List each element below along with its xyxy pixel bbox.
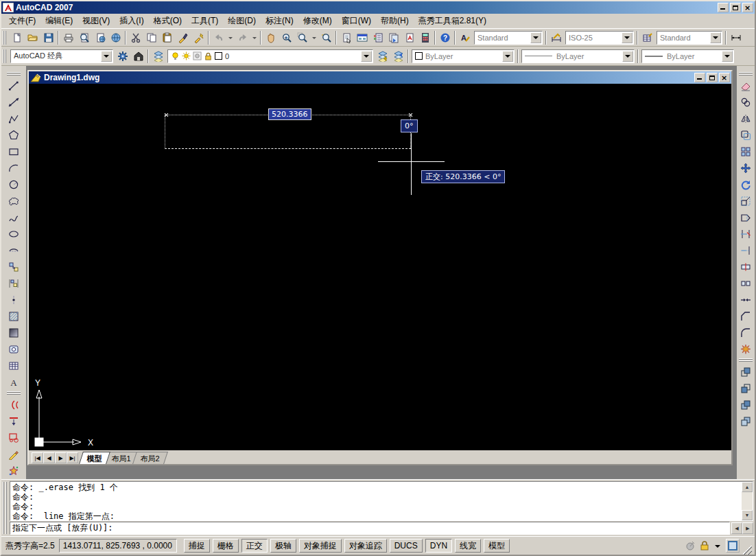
drop-button[interactable] xyxy=(250,30,259,45)
layer-sun-icon[interactable] xyxy=(182,51,191,61)
gradient-button[interactable] xyxy=(6,325,21,340)
point-button[interactable] xyxy=(6,292,21,308)
move-button[interactable] xyxy=(738,161,753,176)
scale-button[interactable] xyxy=(738,194,753,209)
combo-arrow-icon[interactable] xyxy=(530,32,541,43)
status-toggle-3[interactable]: 极轴 xyxy=(270,539,296,553)
scroll-down-button[interactable]: ▼ xyxy=(742,510,753,520)
zoom-previous-button[interactable] xyxy=(318,30,334,45)
quickcalc-button[interactable] xyxy=(417,30,433,45)
toolbar-grip[interactable] xyxy=(3,49,8,63)
paste-button[interactable] xyxy=(159,30,175,45)
workspace-settings-button[interactable] xyxy=(115,49,130,64)
menu-item-9[interactable]: 窗口(W) xyxy=(337,13,376,29)
erase-button[interactable] xyxy=(738,78,753,93)
doc-close-button[interactable]: × xyxy=(719,73,730,82)
layout-tab-2[interactable]: 布局2 xyxy=(132,452,168,464)
combo-arrow-icon[interactable] xyxy=(361,51,372,62)
insert-block-button[interactable] xyxy=(6,259,21,275)
layer-sun-viewport-icon[interactable] xyxy=(193,51,202,61)
command-input[interactable]: 指定下一点或 [放弃(U)]: xyxy=(10,522,730,535)
rectangle-button[interactable] xyxy=(6,144,21,159)
tab-nav-3[interactable]: ▶| xyxy=(67,452,78,463)
menu-item-5[interactable]: 工具(T) xyxy=(187,13,223,29)
layout-tab-0[interactable]: 模型 xyxy=(79,452,110,464)
menu-item-1[interactable]: 编辑(E) xyxy=(40,13,78,29)
layer-lock-icon[interactable] xyxy=(204,51,213,61)
ellipse-button[interactable] xyxy=(6,227,21,242)
communication-center-icon[interactable] xyxy=(684,540,696,552)
yanxiu-rect-button[interactable] xyxy=(6,430,21,445)
menu-item-2[interactable]: 视图(V) xyxy=(78,13,115,29)
tab-nav-2[interactable]: ▶ xyxy=(55,452,67,463)
explode-button[interactable] xyxy=(738,342,753,357)
stretch-button[interactable] xyxy=(738,210,753,225)
text-style-button[interactable]: A xyxy=(457,30,473,45)
join-button[interactable] xyxy=(738,292,753,308)
menu-item-7[interactable]: 标注(N) xyxy=(261,13,298,29)
designcenter-button[interactable] xyxy=(354,30,370,45)
pan-button[interactable] xyxy=(263,30,279,45)
drop-button[interactable] xyxy=(226,30,235,45)
linetype-combo[interactable]: ByLayer xyxy=(521,49,635,63)
polyline-button[interactable] xyxy=(6,111,21,126)
status-toggle-8[interactable]: 线宽 xyxy=(455,539,481,553)
menu-item-0[interactable]: 文件(F) xyxy=(4,13,40,29)
chamfer-button[interactable] xyxy=(738,309,753,324)
dim-style-combo[interactable]: ISO-25 xyxy=(565,31,634,45)
dynamic-dimension-input[interactable]: 520.3366 xyxy=(268,108,311,120)
redo-button[interactable] xyxy=(235,30,250,45)
polygon-button[interactable] xyxy=(6,128,21,143)
tray-settings-arrow-icon[interactable] xyxy=(715,545,720,551)
close-button[interactable]: × xyxy=(742,3,753,12)
minimize-button[interactable] xyxy=(718,3,729,12)
break-at-point-button[interactable] xyxy=(738,259,753,275)
yanxiu-magic-button[interactable] xyxy=(6,463,21,478)
match-properties-button[interactable] xyxy=(175,30,191,45)
rotate-button[interactable] xyxy=(738,177,753,192)
plot-preview-button[interactable] xyxy=(76,30,92,45)
toolbar-grip[interactable] xyxy=(3,31,8,45)
markup-set-manager-button[interactable] xyxy=(401,30,417,45)
cut-button[interactable] xyxy=(128,30,143,45)
menu-item-6[interactable]: 绘图(D) xyxy=(223,13,261,29)
command-scrollbar[interactable]: ▲ ▼ xyxy=(742,482,753,520)
command-history[interactable]: 命令: _.erase 找到 1 个命令:命令:命令: _line 指定第一点:… xyxy=(10,481,753,521)
color-combo[interactable]: ByLayer xyxy=(412,49,515,63)
menu-item-8[interactable]: 修改(M) xyxy=(298,13,337,29)
circle-button[interactable] xyxy=(6,177,21,192)
ellipse-arc-button[interactable] xyxy=(6,243,21,258)
layer-combo[interactable]: 0 xyxy=(167,49,373,63)
workspace-combo[interactable]: AutoCAD 经典 xyxy=(10,49,113,63)
tab-nav-1[interactable]: ◀ xyxy=(43,452,55,463)
undo-button[interactable] xyxy=(211,30,226,45)
layer-bulb-icon[interactable] xyxy=(171,51,180,61)
copy-button[interactable] xyxy=(143,30,159,45)
mirror-button[interactable] xyxy=(738,111,753,126)
make-block-button[interactable] xyxy=(6,276,21,291)
tool-palettes-button[interactable] xyxy=(370,30,386,45)
doc-maximize-button[interactable] xyxy=(707,73,718,82)
combo-arrow-icon[interactable] xyxy=(622,32,633,43)
table-button[interactable] xyxy=(6,358,21,373)
combo-arrow-icon[interactable] xyxy=(502,51,513,62)
draworder-above-button[interactable] xyxy=(738,397,753,413)
draworder-under-button[interactable] xyxy=(738,414,753,429)
save-button[interactable] xyxy=(40,30,56,45)
layer-states-button[interactable] xyxy=(375,49,390,64)
offset-button[interactable] xyxy=(738,128,753,143)
status-toggle-2[interactable]: 正交 xyxy=(241,539,268,553)
scroll-up-button[interactable]: ▲ xyxy=(742,482,753,492)
plot-button[interactable] xyxy=(60,30,76,45)
copy-object-button[interactable] xyxy=(738,95,753,110)
status-toggle-5[interactable]: 对象追踪 xyxy=(344,539,387,553)
tab-nav-0[interactable]: |◀ xyxy=(32,452,43,463)
drawing-canvas[interactable]: 520.3366 0° 正交: 520.3366 < 0° Y X xyxy=(29,84,731,450)
table-style-button[interactable] xyxy=(639,30,655,45)
region-button[interactable] xyxy=(6,342,21,357)
draworder-back-button[interactable] xyxy=(738,381,753,396)
table-style-combo[interactable]: Standard xyxy=(657,31,722,45)
dim-linear-button[interactable] xyxy=(728,30,744,45)
yanxiu-arc-button[interactable] xyxy=(6,397,21,413)
scroll-left-button[interactable]: ◀ xyxy=(731,522,742,534)
